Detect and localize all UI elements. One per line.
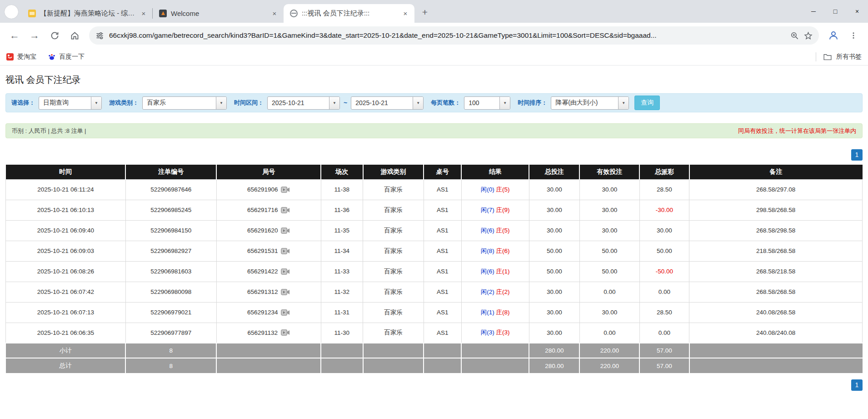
header-time: 时间 — [6, 165, 126, 179]
video-replay-icon[interactable] — [281, 268, 290, 275]
date-end-select[interactable]: 2025-10-21 — [351, 96, 424, 110]
chevron-down-icon[interactable] — [216, 97, 226, 109]
cell-note: 240.08/268.58 — [689, 302, 863, 323]
tab-title: :::视讯 会员下注纪录::: — [302, 9, 397, 18]
cell-game-type: 百家乐 — [363, 220, 424, 241]
site-settings-icon[interactable] — [95, 31, 104, 40]
cell-table-no: AS1 — [424, 200, 461, 220]
cell-bet-id: 522906984150 — [125, 220, 216, 241]
tab-close-icon[interactable]: × — [401, 9, 410, 18]
zoom-icon[interactable] — [790, 31, 799, 40]
tab-close-icon[interactable]: × — [270, 9, 279, 18]
cell-payout: 50.00 — [639, 241, 689, 261]
bookmark-baidu[interactable]: 百度一下 — [48, 53, 85, 61]
chevron-down-icon[interactable] — [91, 97, 101, 109]
game-type-select[interactable]: 百家乐 — [142, 96, 227, 110]
video-replay-icon[interactable] — [281, 207, 290, 213]
video-replay-icon[interactable] — [281, 289, 290, 295]
sort-select[interactable]: 降幂(由大到小) — [551, 96, 629, 110]
total-count: 8 — [125, 358, 216, 373]
chevron-down-icon[interactable] — [618, 97, 629, 109]
tab-search-button[interactable] — [5, 5, 18, 19]
chevron-down-icon[interactable] — [413, 97, 423, 109]
maximize-button[interactable]: □ — [824, 0, 846, 23]
close-button[interactable]: × — [846, 0, 868, 23]
back-button[interactable]: ← — [5, 26, 24, 45]
date-start-select[interactable]: 2025-10-21 — [267, 96, 340, 110]
bookmark-taobao[interactable]: 爱淘宝 — [6, 53, 36, 61]
tab-close-icon[interactable]: × — [139, 9, 148, 18]
chevron-down-icon[interactable] — [499, 97, 510, 109]
video-replay-icon[interactable] — [281, 248, 290, 254]
cell-table-no: AS1 — [424, 220, 461, 241]
cell-time: 2025-10-21 06:09:03 — [6, 241, 126, 261]
cell-payout: 30.00 — [639, 220, 689, 241]
cell-round: 656291132 — [216, 323, 321, 343]
cell-valid-bet: 50.00 — [579, 261, 639, 282]
player-result: 闲(6) — [481, 227, 494, 234]
page-size-select[interactable]: 100 — [464, 96, 510, 110]
banker-result: 庄(1) — [496, 268, 510, 275]
header-total-bet: 总投注 — [529, 165, 579, 179]
url-text[interactable]: 66cxkj98.com/game/betrecord_search/kind3… — [109, 31, 785, 40]
subtotal-total-bet: 280.00 — [529, 343, 579, 358]
cell-total-bet[interactable]: 30.00 — [529, 200, 579, 220]
cell-table-no: AS1 — [424, 261, 461, 282]
query-type-label: 请选择： — [11, 99, 35, 107]
total-row: 总计 8 280.00 220.00 57.00 — [6, 358, 863, 373]
tab-title: Welcome — [171, 10, 266, 17]
refresh-button[interactable] — [45, 26, 64, 45]
video-replay-icon[interactable] — [281, 309, 290, 316]
profile-icon[interactable] — [824, 26, 843, 45]
address-bar[interactable]: 66cxkj98.com/game/betrecord_search/kind3… — [89, 26, 819, 45]
player-result: 闲(3) — [481, 329, 494, 336]
cell-total-bet[interactable]: 50.00 — [529, 241, 579, 261]
header-table-no: 桌号 — [424, 165, 461, 179]
new-tab-button[interactable]: + — [418, 5, 432, 19]
minimize-button[interactable]: ─ — [803, 0, 824, 23]
cell-total-bet[interactable]: 30.00 — [529, 179, 579, 200]
game-type-value: 百家乐 — [143, 97, 216, 109]
header-round: 局号 — [216, 165, 321, 179]
forward-button[interactable]: → — [25, 26, 44, 45]
page-size-value: 100 — [464, 97, 499, 109]
cell-total-bet[interactable]: 30.00 — [529, 282, 579, 302]
home-button[interactable] — [65, 26, 84, 45]
cell-note: 268.58/298.58 — [689, 220, 863, 241]
search-button[interactable]: 查询 — [634, 96, 660, 110]
cell-total-bet[interactable]: 30.00 — [529, 220, 579, 241]
all-bookmarks[interactable]: 所有书签 — [816, 52, 862, 61]
cell-total-bet[interactable]: 30.00 — [529, 323, 579, 343]
tab-bet-record[interactable]: :::视讯 会员下注纪录::: × — [284, 4, 414, 23]
banker-result: 庄(9) — [496, 207, 510, 213]
video-replay-icon[interactable] — [281, 227, 290, 234]
tab-welcome[interactable]: Welcome × — [153, 4, 284, 23]
page-number-button[interactable]: 1 — [851, 379, 863, 391]
bet-table-body: 2025-10-21 06:11:24 522906987646 6562919… — [6, 179, 863, 343]
cell-session: 11-35 — [321, 220, 363, 241]
table-header-row: 时间 注单编号 局号 场次 游戏类别 桌号 结果 总投注 有效投注 总派彩 备注 — [6, 165, 863, 179]
table-row: 2025-10-21 06:07:42 522906980098 6562913… — [6, 282, 863, 302]
tab-forum[interactable]: 【新提醒】海燕策略论坛 - 综合... × — [22, 4, 153, 23]
cell-total-bet[interactable]: 50.00 — [529, 261, 579, 282]
cell-result: 闲(6) 庄(5) — [461, 220, 529, 241]
cell-round: 656291906 — [216, 179, 321, 200]
video-replay-icon[interactable] — [281, 187, 290, 193]
bookmark-star-icon[interactable] — [804, 31, 813, 40]
cell-note: 268.58/218.58 — [689, 261, 863, 282]
video-replay-icon[interactable] — [281, 329, 290, 336]
total-payout: 57.00 — [639, 358, 689, 373]
round-number: 656291234 — [247, 309, 278, 316]
chevron-down-icon[interactable] — [329, 97, 339, 109]
query-type-select[interactable]: 日期查询 — [39, 96, 102, 110]
page-number-button[interactable]: 1 — [851, 149, 863, 161]
menu-icon[interactable] — [844, 26, 863, 45]
cell-time: 2025-10-21 06:06:35 — [6, 323, 126, 343]
cell-payout: 28.50 — [639, 179, 689, 200]
cell-bet-id: 522906981603 — [125, 261, 216, 282]
cell-total-bet[interactable]: 30.00 — [529, 302, 579, 323]
bookmarks-bar: 爱淘宝 百度一下 所有书签 — [0, 48, 868, 66]
player-result: 闲(6) — [481, 268, 494, 275]
cell-payout: 0.00 — [639, 282, 689, 302]
taobao-icon — [6, 53, 14, 61]
